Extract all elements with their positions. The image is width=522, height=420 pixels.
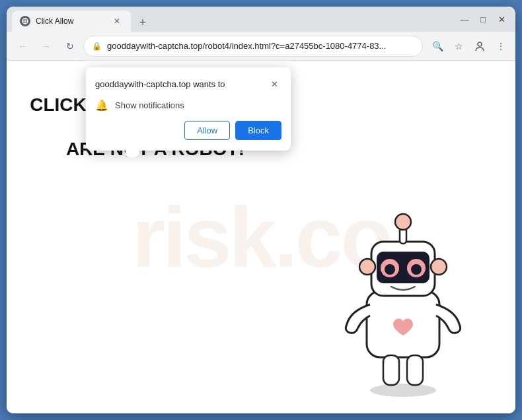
notification-popup: gooddaywith-captcha.top wants to ✕ 🔔 Sho… <box>86 67 291 151</box>
svg-point-13 <box>411 264 422 275</box>
search-icon[interactable]: 🔍 <box>428 37 447 55</box>
robot-illustration <box>317 189 489 400</box>
popup-tail <box>126 151 139 157</box>
popup-header: gooddaywith-captcha.top wants to ✕ <box>86 67 291 96</box>
svg-rect-17 <box>407 355 423 385</box>
address-bar-row: ← → ↻ 🔒 gooddaywith-captcha.top/robot4/i… <box>7 32 515 61</box>
block-button[interactable]: Block <box>235 121 281 140</box>
browser-content: risk.co CLICK ALLOW TO CONFIRM THAT YOU … <box>7 61 515 413</box>
popup-close-button[interactable]: ✕ <box>267 77 281 91</box>
svg-point-3 <box>478 42 482 46</box>
browser-window: Click Allow ✕ + — □ ✕ ← → ↻ 🔒 gooddaywit… <box>7 7 515 413</box>
svg-rect-16 <box>383 355 399 385</box>
back-button[interactable]: ← <box>12 36 33 57</box>
svg-point-14 <box>359 259 375 275</box>
close-window-button[interactable]: ✕ <box>493 11 510 28</box>
svg-point-12 <box>385 264 395 275</box>
tab-close-button[interactable]: ✕ <box>111 15 123 27</box>
popup-actions: Allow Block <box>86 121 291 140</box>
forward-button[interactable]: → <box>36 36 57 57</box>
minimize-button[interactable]: — <box>456 11 473 28</box>
bell-icon: 🔔 <box>95 99 108 112</box>
tab-title: Click Allow <box>36 17 106 26</box>
tab-favicon <box>20 16 30 26</box>
tabs-row: Click Allow ✕ + <box>12 7 456 32</box>
bookmark-icon[interactable]: ☆ <box>449 37 468 55</box>
active-tab[interactable]: Click Allow ✕ <box>12 11 131 32</box>
title-bar: Click Allow ✕ + — □ ✕ <box>7 7 515 32</box>
lock-icon: 🔒 <box>92 42 102 51</box>
svg-point-15 <box>431 259 447 275</box>
maximize-button[interactable]: □ <box>474 11 492 28</box>
address-bar-icons: 🔍 ☆ ⋮ <box>428 37 510 55</box>
popup-title: gooddaywith-captcha.top wants to <box>95 79 225 89</box>
refresh-button[interactable]: ↻ <box>59 36 81 57</box>
url-text: gooddaywith-captcha.top/robot4/index.htm… <box>107 41 414 51</box>
allow-button[interactable]: Allow <box>184 121 230 140</box>
title-bar-controls: — □ ✕ <box>456 11 510 28</box>
address-bar[interactable]: 🔒 gooddaywith-captcha.top/robot4/index.h… <box>83 36 423 57</box>
profile-icon[interactable] <box>470 37 489 55</box>
notification-label: Show notifications <box>115 100 184 110</box>
new-tab-button[interactable]: + <box>133 13 152 32</box>
svg-point-8 <box>395 214 411 230</box>
svg-point-4 <box>370 384 436 397</box>
menu-icon[interactable]: ⋮ <box>492 37 510 55</box>
popup-notification-row: 🔔 Show notifications <box>86 96 291 121</box>
